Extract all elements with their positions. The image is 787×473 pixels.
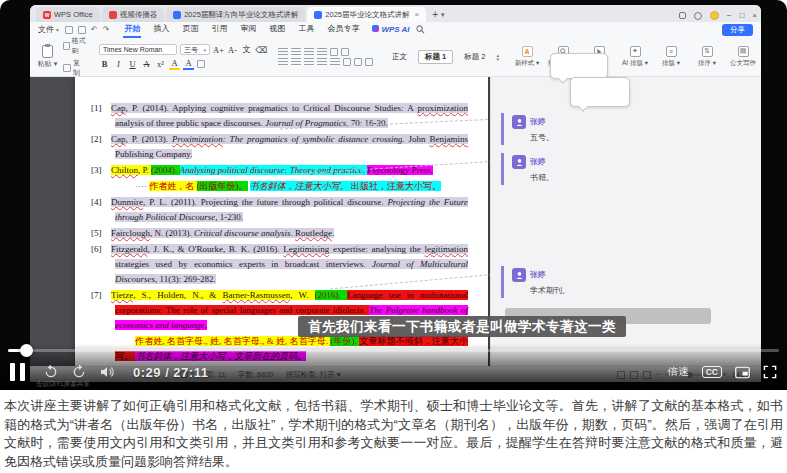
tab-review[interactable]: 审阅 — [239, 22, 257, 38]
comment-callout-bubble[interactable] — [570, 77, 630, 107]
fullscreen-icon[interactable] — [763, 365, 777, 379]
style-heading-1[interactable]: 标题 1 — [418, 50, 453, 64]
clear-format-button[interactable]: ⌫ — [255, 45, 266, 55]
superscript-button[interactable]: x² — [155, 59, 166, 69]
comment-callout-bubble[interactable] — [550, 53, 608, 79]
strikethrough-button[interactable]: A — [141, 59, 152, 69]
numbered-list-icon[interactable] — [291, 48, 301, 56]
tab-thesis-doc-2[interactable]: 2025届毕业论文格式讲解 × — [307, 7, 426, 22]
style-heading-2[interactable]: 标题 2 — [457, 50, 492, 64]
distribute-icon[interactable] — [330, 58, 340, 66]
text-effects-button[interactable]: 文 — [241, 44, 252, 56]
align-right-icon[interactable] — [304, 58, 314, 66]
tab-list-chevron-icon[interactable]: ▾ — [441, 11, 445, 19]
style-body-text[interactable]: 正文 — [385, 50, 414, 64]
undo-icon[interactable]: ↶ — [91, 25, 98, 34]
progress-bar[interactable] — [8, 349, 779, 352]
reference-number: [1] — [91, 101, 111, 116]
playback-speed-button[interactable]: 倍速 — [668, 365, 689, 379]
line-spacing-icon[interactable] — [343, 58, 351, 66]
share-button[interactable]: 分享 — [722, 24, 753, 36]
tab-wps-office[interactable]: W WPS Office — [36, 7, 100, 22]
ai-layout-button[interactable]: ✦AI 排版 ▾ — [619, 46, 651, 68]
font-name-select[interactable]: Times New Roman — [99, 44, 177, 55]
forward-icon[interactable] — [71, 364, 87, 380]
new-tab-button[interactable]: + — [432, 9, 438, 20]
tab-label: WPS Office — [54, 10, 93, 19]
file-menu[interactable]: 文件▾ — [38, 24, 59, 35]
typeset-button[interactable]: ≡排版 ▾ — [655, 46, 687, 68]
styles-scroll[interactable]: ▴▾ — [497, 53, 500, 61]
borders-icon[interactable] — [365, 58, 373, 66]
align-center-icon[interactable] — [291, 58, 301, 66]
underline-button[interactable]: U — [127, 59, 138, 69]
font-color-button[interactable]: A — [183, 58, 194, 70]
comment-card[interactable]: 张婷 书籍。 — [501, 153, 554, 185]
reference-item: [6]Fitzgerald, J. K., & O'Rourke, B. K. … — [91, 242, 468, 287]
text-run: (2016). — [315, 290, 347, 300]
format-painter-button[interactable]: 格式刷 — [63, 36, 87, 56]
ribbon-tabs: 开始 插入 页面 引用 审阅 视图 工具 会员专享 — [123, 22, 360, 38]
new-style-icon: A — [522, 46, 533, 57]
official-doc-button[interactable]: ▤公文写作 — [727, 46, 759, 68]
new-style-button[interactable]: A新样式 ▾ — [511, 46, 543, 68]
volume-icon[interactable] — [99, 364, 115, 380]
show-marks-icon[interactable] — [341, 48, 349, 56]
paragraph-group — [278, 40, 373, 73]
tab-thesis-doc-1[interactable]: 2025届翻译方向毕业论文格式讲解 — [166, 7, 305, 22]
styles-gallery: 正文 标题 1 标题 2 ▴▾ — [385, 40, 499, 73]
tab-tools[interactable]: 工具 — [297, 22, 315, 38]
shading-icon[interactable] — [354, 58, 362, 66]
minimize-button[interactable]: − — [727, 11, 732, 20]
close-button[interactable]: × — [752, 11, 757, 20]
bold-button[interactable]: B — [99, 59, 110, 69]
tab-view[interactable]: 视图 — [268, 22, 286, 38]
wps-ai-button[interactable]: WPS AI — [372, 25, 409, 34]
save-icon[interactable] — [65, 26, 73, 34]
asian-layout-icon[interactable] — [330, 48, 338, 56]
text-run: legitimation — [425, 244, 469, 254]
progress-knob[interactable] — [20, 344, 33, 357]
reference-number: [5] — [91, 226, 111, 241]
text-run: Routledge — [295, 228, 332, 238]
text-run: Journal of Pragmatics — [265, 118, 346, 128]
align-left-icon[interactable] — [278, 58, 288, 66]
search-icon[interactable] — [416, 25, 425, 34]
bullet-list-icon[interactable] — [278, 48, 288, 56]
text-run: . — [332, 228, 334, 238]
pip-icon[interactable] — [735, 366, 750, 379]
tab-member[interactable]: 会员专享 — [326, 22, 360, 38]
tab-reference[interactable]: 引用 — [210, 22, 228, 38]
grow-font-button[interactable]: A+ — [213, 45, 224, 55]
tab-home[interactable]: 开始 — [123, 22, 141, 38]
tab-insert[interactable]: 插入 — [152, 22, 170, 38]
font-size-select[interactable]: 三号▾ — [180, 44, 210, 55]
tab-page[interactable]: 页面 — [181, 22, 199, 38]
print-icon[interactable] — [78, 26, 86, 34]
justify-icon[interactable] — [317, 58, 327, 66]
sort-button[interactable]: ⇅排序 ▾ — [691, 46, 723, 68]
rewind-icon[interactable] — [43, 364, 59, 380]
redo-icon[interactable]: ↷ — [103, 25, 110, 34]
restore-button[interactable]: □ — [739, 11, 744, 20]
paste-button[interactable]: 粘贴 ▾ — [36, 45, 59, 69]
account-avatar[interactable] — [710, 11, 719, 20]
italic-button[interactable]: I — [113, 59, 124, 69]
text-run: , P. L. (2011). Projecting the future th… — [143, 197, 387, 207]
tab-video-tool[interactable]: 视频传播器 — [102, 7, 165, 22]
decrease-indent-icon[interactable] — [304, 48, 314, 56]
shrink-font-button[interactable]: A- — [227, 45, 238, 55]
captions-button[interactable]: CC — [702, 366, 722, 378]
text-run: , 1-230. — [215, 212, 243, 222]
comment-card[interactable]: 张婷 五号。 — [501, 113, 554, 145]
char-shading-icon[interactable] — [197, 60, 205, 68]
tab-stack-icon[interactable] — [679, 12, 686, 19]
copy-button[interactable]: 复制 — [63, 58, 87, 78]
highlight-color-button[interactable]: A — [169, 58, 180, 70]
pause-button[interactable] — [10, 363, 25, 381]
close-tab-icon[interactable]: × — [415, 10, 420, 19]
extensions-icon[interactable] — [694, 12, 702, 20]
comment-card[interactable]: 张婷 学术期刊。 — [501, 266, 570, 298]
reference-item: [1]Cap, P. (2014). Applying cognitive pr… — [91, 101, 468, 131]
increase-indent-icon[interactable] — [317, 48, 327, 56]
